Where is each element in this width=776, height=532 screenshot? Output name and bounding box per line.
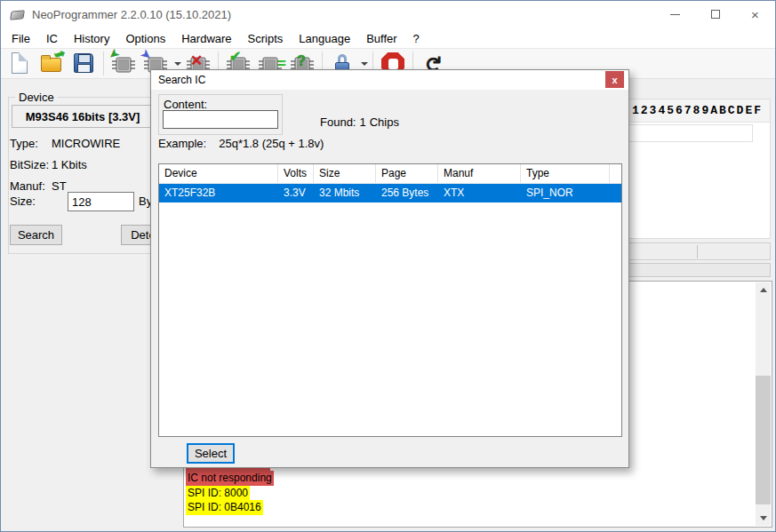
table-row[interactable]: XT25F32B3.3V32 Mbits256 BytesXTXSPI_NOR [159, 184, 621, 202]
read-ic-button[interactable]: ➤ [108, 50, 139, 77]
table-cell: XT25F32B [159, 184, 278, 202]
device-field-label: Type: [10, 137, 52, 150]
device-field-label: Manuf: [10, 179, 52, 193]
table-cell: SPI_NOR [521, 184, 610, 202]
window-title: NeoProgrammer 2.2.0.10 (15.10.2021) [32, 8, 231, 21]
search-ic-dialog: Search IC x Content: Found:1Chips Exampl… [150, 69, 629, 468]
title-bar: NeoProgrammer 2.2.0.10 (15.10.2021) × [1, 1, 775, 28]
table-cell: 32 Mbits [314, 184, 376, 202]
table-cell: 256 Bytes [376, 184, 438, 202]
found-label: Found: [320, 115, 356, 129]
column-header-page[interactable]: Page [376, 164, 438, 183]
search-button[interactable]: Search [10, 225, 62, 245]
new-file-icon [7, 52, 32, 76]
log-line: SPI ID: 8000 [186, 486, 250, 500]
menu-item-history[interactable]: History [66, 29, 117, 48]
save-file-icon [71, 52, 96, 76]
scrollbar-thumb[interactable] [756, 376, 771, 504]
scroll-down-button[interactable] [756, 511, 771, 526]
open-file-button[interactable]: ➥ [36, 50, 67, 77]
dialog-title: Search IC [158, 74, 205, 86]
menu-item-options[interactable]: Options [117, 29, 173, 48]
log-line: SPI ID: 0B4016 [186, 500, 263, 514]
device-name: M93S46 16bits [3.3V] [26, 110, 140, 123]
chips-table: DeviceVoltsSizePageManufType XT25F32B3.3… [158, 163, 622, 437]
select-button[interactable]: Select [187, 443, 235, 464]
column-header-type[interactable]: Type [521, 164, 610, 183]
size-label: Size: [10, 195, 52, 208]
dialog-close-icon: x [612, 75, 617, 85]
hex-column-header: 123456789ABCDEF [614, 99, 770, 123]
size-input[interactable] [68, 192, 134, 211]
found-suffix: Chips [370, 115, 399, 129]
close-button[interactable]: × [735, 1, 775, 28]
toolbar-separator [103, 52, 104, 75]
app-window: NeoProgrammer 2.2.0.10 (15.10.2021) × Fi… [0, 0, 776, 532]
minimize-button[interactable] [655, 1, 695, 28]
column-header-size[interactable]: Size [314, 164, 376, 183]
example-label: Example: [158, 137, 206, 150]
device-field-value: 1 Kbits [52, 158, 87, 171]
found-text: Found:1Chips [320, 115, 403, 129]
device-field-value: MICROWIRE [52, 137, 120, 150]
device-field-label: BitSize: [10, 158, 52, 171]
app-chip-icon [10, 10, 25, 20]
example-text: Example:25q*1.8 (25q + 1.8v) [158, 137, 324, 150]
device-name-box: M93S46 16bits [3.3V] [12, 105, 154, 128]
device-field-value: ST [52, 179, 67, 193]
example-value: 25q*1.8 (25q + 1.8v) [219, 137, 324, 150]
found-count: 1 [359, 115, 365, 129]
menu-item-hardware[interactable]: Hardware [173, 29, 239, 48]
minimize-icon [670, 14, 680, 15]
write-dropdown-icon[interactable] [174, 62, 181, 66]
menu-item-file[interactable]: File [4, 29, 38, 48]
maximize-icon [711, 10, 720, 19]
device-field: BitSize:1 Kbits [10, 154, 152, 175]
menu-item-[interactable]: ? [405, 29, 428, 48]
log-scrollbar[interactable] [756, 282, 771, 526]
device-group-label: Device [15, 91, 58, 104]
save-file-button[interactable] [68, 50, 99, 77]
table-body: XT25F32B3.3V32 Mbits256 BytesXTXSPI_NOR [159, 184, 621, 202]
open-file-icon: ➥ [39, 52, 64, 76]
table-cell: 3.3V [278, 184, 314, 202]
close-icon: × [751, 8, 759, 21]
table-header-row: DeviceVoltsSizePageManufType [159, 164, 621, 184]
dialog-close-button[interactable]: x [605, 71, 624, 88]
menu-item-buffer[interactable]: Buffer [358, 29, 404, 48]
menu-item-scripts[interactable]: Scripts [240, 29, 292, 48]
column-header-device[interactable]: Device [159, 164, 278, 183]
size-row: Size: Bytes [10, 195, 52, 208]
column-header-manuf[interactable]: Manuf [438, 164, 521, 183]
content-input[interactable] [163, 110, 278, 129]
maximize-button[interactable] [695, 1, 735, 28]
device-fields: Type:MICROWIREBitSize:1 KbitsManuf:ST [10, 132, 152, 196]
menu-bar: FileICHistoryOptionsHardwareScriptsLangu… [1, 28, 775, 48]
scroll-down-icon [760, 516, 767, 520]
dialog-title-bar: Search IC x [151, 70, 628, 90]
column-header-volts[interactable]: Volts [278, 164, 314, 183]
device-field: Type:MICROWIRE [10, 132, 152, 154]
lock-dropdown-icon[interactable] [361, 62, 368, 66]
hex-row-box [614, 124, 753, 142]
table-cell: XTX [438, 184, 521, 202]
read-ic-icon: ➤ [111, 52, 136, 76]
content-label: Content: [164, 98, 207, 111]
scroll-up-icon [760, 288, 767, 292]
hex-header-text: 123456789ABCDEF [614, 104, 763, 117]
menu-item-language[interactable]: Language [291, 29, 358, 48]
status-bar-divider [697, 245, 698, 258]
log-line: IC not responding [186, 471, 274, 485]
scroll-up-button[interactable] [756, 282, 771, 298]
new-file-button[interactable] [4, 50, 35, 77]
hex-editor-panel[interactable]: 123456789ABCDEF [613, 99, 771, 239]
